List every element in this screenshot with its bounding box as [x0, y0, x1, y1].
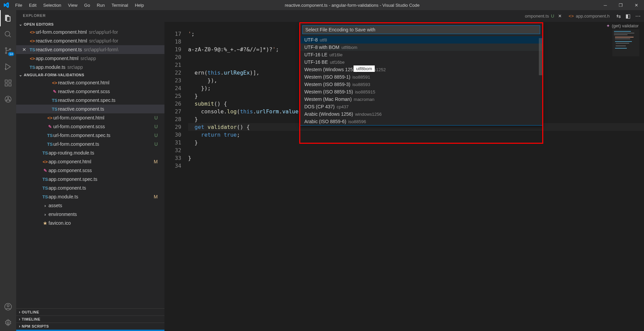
encoding-option[interactable]: UTF-8 with BOMutf8bom	[300, 44, 542, 51]
accounts-icon[interactable]	[0, 299, 16, 315]
close-icon[interactable]: ✕	[558, 13, 562, 19]
timeline-header[interactable]: › TIMELINE	[16, 315, 164, 323]
project-header[interactable]: ⌄ ANGULAR-FORM-VALIDATIONS	[16, 72, 164, 78]
encoding-label: Arabic (ISO 8859-6)	[304, 119, 346, 124]
encoding-option[interactable]: Arabic (ISO 8859-6)iso88596	[300, 118, 542, 125]
minimap[interactable]	[612, 29, 639, 331]
file-name: url-form.component.scss	[53, 124, 105, 129]
menu-file[interactable]: File	[12, 0, 26, 10]
file-tree-item[interactable]: ✎reactive.component.scss	[16, 87, 164, 96]
open-editor-item[interactable]: <>reactive.component.htmlsrc\app\url-for	[16, 36, 164, 45]
encoding-option[interactable]: Arabic (Windows 1256)windows1256	[300, 110, 542, 118]
file-name: environments	[49, 212, 77, 217]
file-tree-item[interactable]: <>reactive.component.html	[16, 78, 164, 87]
file-name: url-form.component.html	[53, 115, 104, 120]
encoding-label: Western (ISO 8859-3)	[304, 82, 350, 87]
file-tree-item[interactable]: TSreactive.component.spec.ts	[16, 96, 164, 105]
file-tree-item[interactable]: TSapp.module.tsM	[16, 192, 164, 201]
file-path: src\app\url-form\	[84, 47, 118, 52]
encoding-label: Western (Windows 1252)	[304, 67, 357, 72]
close-icon[interactable]: ✕	[628, 0, 644, 10]
scrollbar[interactable]	[539, 38, 542, 75]
file-tree-item[interactable]: TSapp.component.spec.ts	[16, 175, 164, 184]
tab-actions: ⇆ ◧ ⋯	[613, 13, 644, 19]
encoding-desc: iso88591	[352, 75, 370, 80]
file-tree-item[interactable]: TSreactive.component.ts	[16, 105, 164, 113]
quick-pick-input[interactable]: Select File Encoding to Save with	[302, 25, 540, 34]
open-editor-item[interactable]: TSapp.module.tssrc\app	[16, 63, 164, 72]
svg-rect-24	[616, 43, 629, 44]
menu-help[interactable]: Help	[131, 0, 147, 10]
file-tree-item[interactable]: ✎url-form.component.scssU	[16, 122, 164, 131]
code-line[interactable]	[188, 162, 644, 170]
tab-app-component[interactable]: <> app.component.h	[565, 10, 613, 22]
encoding-option[interactable]: Western (Windows 1252)windows1252	[300, 66, 542, 73]
file-tree-item[interactable]: ★favicon.ico	[16, 219, 164, 227]
html-icon: <>	[569, 13, 574, 19]
encoding-option[interactable]: Western (ISO 8859-1)iso88591	[300, 73, 542, 81]
source-control-icon[interactable]: 14	[0, 43, 16, 59]
vscode-logo-icon	[0, 2, 12, 8]
file-tree-item[interactable]: <>url-form.component.htmlU	[16, 113, 164, 122]
encoding-desc: utf8	[320, 37, 327, 43]
settings-icon[interactable]	[0, 315, 16, 331]
menu-terminal[interactable]: Terminal	[108, 0, 131, 10]
git-graph-icon[interactable]	[0, 91, 16, 107]
open-editor-item[interactable]: <>url-form.component.htmlsrc\app\url-for	[16, 28, 164, 36]
minimize-icon[interactable]: ─	[597, 0, 613, 10]
file-tree-item[interactable]: TSapp.component.ts	[16, 184, 164, 192]
file-icon: ›	[42, 212, 49, 217]
file-tree-item[interactable]: TSurl-form.component.spec.tsU	[16, 131, 164, 140]
file-tree-item[interactable]: ✎app.component.scss	[16, 166, 164, 175]
encoding-label: Western (ISO 8859-15)	[304, 89, 353, 94]
menu-run[interactable]: Run	[93, 0, 108, 10]
encoding-option[interactable]: UTF-8utf8	[300, 36, 542, 44]
tab-label: omponent.ts	[525, 13, 549, 19]
encoding-option[interactable]: UTF-16 BEutf16be	[300, 58, 542, 66]
open-editors-header[interactable]: ⌄ OPEN EDITORS	[16, 21, 164, 28]
menu-bar: File Edit Selection View Go Run Terminal…	[12, 0, 147, 10]
menu-view[interactable]: View	[65, 0, 81, 10]
extensions-icon[interactable]	[0, 75, 16, 91]
split-editor-icon[interactable]: ◧	[625, 13, 631, 19]
search-icon[interactable]	[0, 26, 16, 43]
more-actions-icon[interactable]: ⋯	[635, 13, 641, 19]
encoding-label: UTF-16 BE	[304, 59, 328, 65]
file-tree-item[interactable]: ›environments	[16, 210, 164, 219]
encoding-option[interactable]: Western (Mac Roman)macroman	[300, 95, 542, 103]
open-editor-item[interactable]: ✕TSreactive.component.tssrc\app\url-form…	[16, 45, 164, 54]
file-icon: ✎	[51, 89, 58, 94]
file-path: src\app	[67, 64, 83, 70]
file-tree-item[interactable]: ›assets	[16, 201, 164, 210]
encoding-option[interactable]: UTF-16 LEutf16le	[300, 51, 542, 58]
file-tree-item[interactable]: TSurl-form.component.tsU	[16, 140, 164, 148]
code-line[interactable]	[188, 146, 644, 154]
npm-header[interactable]: › NPM SCRIPTS	[16, 323, 164, 330]
file-name: url-form.component.html	[36, 29, 87, 35]
code-line[interactable]: }	[188, 154, 644, 162]
menu-selection[interactable]: Selection	[40, 0, 64, 10]
open-editor-item[interactable]: <>app.component.htmlsrc\app	[16, 54, 164, 63]
code-line[interactable]: }	[188, 139, 644, 146]
encoding-desc: cp437	[337, 104, 348, 109]
tab-component-ts[interactable]: omponent.ts U ✕	[521, 10, 565, 22]
file-name: favicon.ico	[49, 220, 71, 226]
menu-go[interactable]: Go	[81, 0, 93, 10]
encoding-option[interactable]: Western (ISO 8859-15)iso885915	[300, 88, 542, 95]
activity-bar: 14	[0, 10, 16, 331]
close-icon[interactable]: ✕	[22, 47, 26, 52]
encoding-label: UTF-8 with BOM	[304, 45, 339, 50]
encoding-option[interactable]: DOS (CP 437)cp437	[300, 103, 542, 110]
encoding-option[interactable]: Western (ISO 8859-3)iso88593	[300, 81, 542, 88]
explorer-icon[interactable]	[0, 10, 16, 26]
maximize-icon[interactable]: ❐	[613, 0, 628, 10]
outline-header[interactable]: › OUTLINE	[16, 308, 164, 315]
encoding-desc: utf16be	[330, 60, 344, 65]
code-line[interactable]: return true;	[188, 131, 644, 139]
menu-edit[interactable]: Edit	[26, 0, 40, 10]
file-tree-item[interactable]: TSapp-routing.module.ts	[16, 148, 164, 157]
file-tree-item[interactable]: <>app.component.htmlM	[16, 157, 164, 166]
compare-changes-icon[interactable]: ⇆	[616, 13, 621, 19]
run-debug-icon[interactable]	[0, 59, 16, 75]
file-name: app.component.html	[36, 56, 79, 61]
